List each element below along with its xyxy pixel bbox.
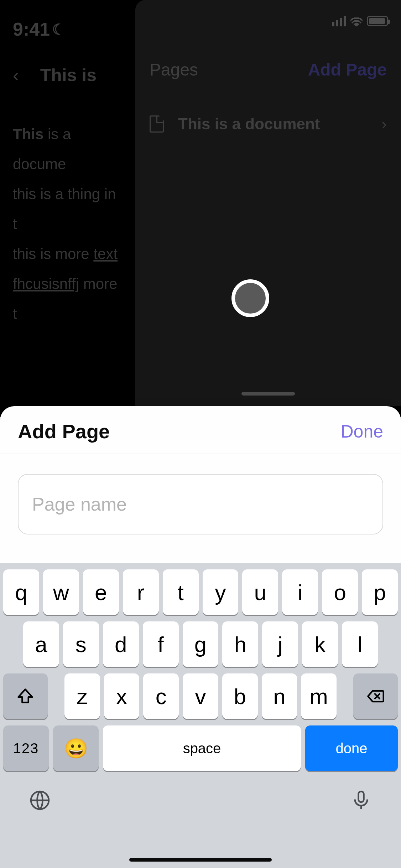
backspace-key[interactable]	[353, 673, 398, 719]
pages-header-label: Pages	[150, 60, 198, 79]
svg-rect-1	[359, 791, 364, 802]
touch-indicator	[231, 279, 269, 317]
doc-line2: this is a thing in t	[13, 179, 123, 239]
doc-line1-bold: This	[13, 126, 43, 143]
key-j[interactable]: j	[262, 621, 298, 667]
cellular-icon	[332, 16, 346, 26]
emoji-key[interactable]: 😀	[53, 725, 99, 771]
key-o[interactable]: o	[322, 569, 358, 615]
key-p[interactable]: p	[362, 569, 398, 615]
back-chevron-icon: ‹	[13, 65, 19, 86]
key-m[interactable]: m	[301, 673, 337, 719]
key-x[interactable]: x	[104, 673, 140, 719]
key-d[interactable]: d	[103, 621, 139, 667]
doc-line3-link: text	[93, 246, 118, 262]
key-u[interactable]: u	[242, 569, 278, 615]
page-name-input[interactable]	[18, 474, 383, 534]
soft-keyboard: q w e r t y u i o p a s d f g h j k l	[0, 563, 401, 868]
shift-key[interactable]	[3, 673, 48, 719]
done-button[interactable]: Done	[340, 421, 383, 442]
keyboard-row-4: 123 😀 space done	[3, 725, 398, 771]
globe-icon	[29, 790, 51, 811]
globe-key[interactable]	[28, 789, 51, 812]
status-right	[332, 16, 388, 26]
add-page-header-button: Add Page	[308, 60, 387, 79]
numeric-key[interactable]: 123	[3, 725, 49, 771]
key-l[interactable]: l	[342, 621, 378, 667]
key-n[interactable]: n	[262, 673, 297, 719]
emoji-icon: 😀	[64, 737, 88, 760]
done-key[interactable]: done	[305, 725, 398, 771]
microphone-icon	[350, 790, 372, 811]
chevron-right-icon: ›	[381, 115, 387, 133]
key-b[interactable]: b	[222, 673, 258, 719]
page-list-item: This is a document ›	[135, 115, 401, 133]
key-r[interactable]: r	[123, 569, 159, 615]
page-list-item-title: This is a document	[178, 115, 367, 133]
keyboard-row-2: a s d f g h j k l	[3, 621, 398, 667]
doc-line4-link: fhcusisnffj	[13, 275, 79, 292]
key-v[interactable]: v	[183, 673, 218, 719]
key-t[interactable]: t	[163, 569, 199, 615]
background-document-view: 9:41 ☾ ‹ This is This is a docume this i…	[0, 0, 135, 406]
document-icon	[150, 115, 164, 133]
status-time-text: 9:41	[13, 19, 50, 40]
panel-grabber	[241, 392, 295, 396]
key-i[interactable]: i	[282, 569, 318, 615]
keyboard-row-3: z x c v b n m	[3, 673, 398, 719]
key-g[interactable]: g	[183, 621, 219, 667]
document-title: This is	[40, 65, 97, 86]
key-f[interactable]: f	[143, 621, 179, 667]
home-indicator	[129, 858, 272, 862]
pages-side-panel: Pages Add Page This is a document ›	[135, 0, 401, 406]
key-q[interactable]: q	[3, 569, 39, 615]
status-time: 9:41 ☾	[13, 19, 123, 40]
doc-line3-pre: this is more	[13, 246, 93, 262]
key-y[interactable]: y	[203, 569, 239, 615]
backspace-icon	[366, 687, 385, 706]
key-z[interactable]: z	[64, 673, 100, 719]
key-c[interactable]: c	[143, 673, 179, 719]
key-s[interactable]: s	[63, 621, 99, 667]
sheet-title: Add Page	[18, 420, 110, 443]
battery-icon	[367, 16, 388, 26]
key-w[interactable]: w	[43, 569, 79, 615]
key-e[interactable]: e	[83, 569, 119, 615]
add-page-sheet: Add Page Done	[0, 406, 401, 563]
keyboard-row-1: q w e r t y u i o p	[3, 569, 398, 615]
do-not-disturb-icon: ☾	[52, 21, 66, 38]
document-body-preview: This is a docume this is a thing in t th…	[13, 119, 123, 329]
key-h[interactable]: h	[222, 621, 258, 667]
space-key[interactable]: space	[103, 725, 301, 771]
shift-icon	[16, 687, 35, 706]
key-a[interactable]: a	[23, 621, 59, 667]
wifi-icon	[350, 16, 363, 26]
key-k[interactable]: k	[302, 621, 338, 667]
dictation-key[interactable]	[350, 789, 373, 812]
